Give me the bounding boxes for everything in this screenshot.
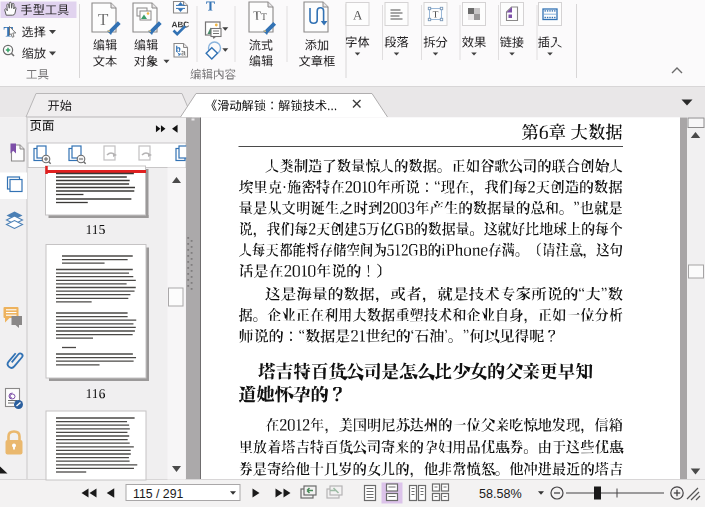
svg-text:58.58%: 58.58% <box>479 487 522 501</box>
svg-text:115 / 291: 115 / 291 <box>133 487 184 501</box>
